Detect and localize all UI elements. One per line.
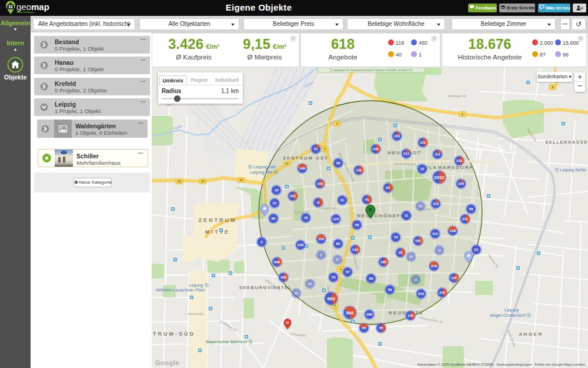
svg-text:210: 210 (456, 158, 463, 163)
svg-text:80: 80 (272, 216, 276, 220)
svg-text:2032: 2032 (434, 175, 445, 180)
svg-text:15: 15 (409, 254, 413, 258)
svg-text:78: 78 (304, 216, 308, 220)
svg-text:Ⓢ Leipzig Seller: Ⓢ Leipzig Seller (554, 167, 587, 173)
svg-text:18: 18 (275, 188, 279, 192)
svg-text:222: 222 (290, 194, 296, 198)
svg-text:115: 115 (420, 140, 426, 144)
svg-text:97: 97 (386, 185, 390, 190)
svg-text:51: 51 (314, 147, 318, 151)
svg-text:31: 31 (340, 198, 345, 202)
svg-text:Leipzig: Leipzig (505, 307, 519, 313)
svg-text:47: 47 (178, 180, 181, 183)
svg-text:Anger-Crottendorf Ⓢ: Anger-Crottendorf Ⓢ (490, 313, 531, 318)
svg-text:280: 280 (366, 312, 373, 316)
svg-text:3: 3 (323, 147, 325, 151)
svg-text:9: 9 (317, 200, 319, 204)
svg-text:11: 11 (405, 213, 409, 217)
svg-text:135: 135 (451, 276, 457, 280)
svg-text:500: 500 (327, 296, 335, 301)
svg-text:566: 566 (346, 310, 354, 316)
svg-text:ANGER: ANGER (519, 331, 543, 337)
svg-text:26: 26 (308, 281, 312, 286)
svg-text:47: 47 (201, 180, 205, 183)
svg-text:31: 31 (273, 201, 277, 205)
svg-text:123: 123 (333, 217, 339, 221)
svg-text:20: 20 (399, 250, 403, 254)
svg-text:85: 85 (336, 241, 340, 246)
svg-text:55: 55 (379, 326, 383, 330)
svg-text:12: 12 (420, 167, 425, 171)
svg-text:47: 47 (285, 162, 289, 165)
svg-text:110: 110 (394, 134, 400, 138)
svg-text:11: 11 (437, 248, 442, 252)
svg-text:Leipzig Hbf Ⓢ: Leipzig Hbf Ⓢ (250, 170, 278, 175)
svg-text:19: 19 (419, 204, 423, 208)
svg-text:H: H (286, 320, 289, 324)
svg-text:140: 140 (373, 147, 379, 151)
svg-text:108: 108 (317, 181, 323, 185)
svg-text:140: 140 (299, 166, 306, 170)
svg-text:41: 41 (365, 197, 369, 201)
svg-text:ZENTRUM: ZENTRUM (199, 217, 237, 223)
svg-text:Mockauer Str.: Mockauer Str. (449, 94, 467, 98)
svg-text:155: 155 (318, 237, 325, 241)
svg-text:105: 105 (458, 181, 465, 185)
svg-text:17: 17 (336, 257, 340, 261)
svg-text:ZENTRUM OST: ZENTRUM OST (283, 155, 329, 161)
svg-text:126: 126 (407, 313, 414, 317)
svg-text:Wilhelm-Leuschner-Platz: Wilhelm-Leuschner-Platz (156, 287, 205, 293)
svg-text:76: 76 (394, 235, 398, 239)
svg-text:96: 96 (369, 276, 373, 280)
svg-text:255: 255 (418, 291, 425, 296)
svg-text:6: 6 (552, 85, 553, 89)
svg-text:47: 47 (239, 178, 243, 182)
svg-text:76: 76 (332, 275, 336, 279)
svg-text:Leipzig Ⓢ: Leipzig Ⓢ (189, 283, 209, 288)
svg-text:21: 21 (475, 247, 479, 251)
svg-text:33: 33 (295, 291, 299, 295)
svg-text:142: 142 (352, 247, 359, 251)
svg-text:210: 210 (439, 290, 446, 294)
svg-text:138: 138 (450, 228, 456, 233)
svg-text:212: 212 (403, 151, 410, 155)
svg-text:113: 113 (432, 231, 439, 236)
svg-text:11: 11 (414, 277, 418, 281)
svg-text:3: 3 (336, 122, 338, 125)
svg-text:MITTE: MITTE (205, 229, 230, 235)
svg-text:238: 238 (298, 243, 304, 247)
svg-text:1: 1 (320, 253, 322, 257)
svg-text:36: 36 (355, 223, 359, 227)
svg-text:SELLERHAUSEN: SELLERHAUSEN (545, 140, 588, 145)
svg-text:112: 112 (435, 152, 441, 156)
svg-text:50: 50 (388, 287, 392, 291)
svg-text:TRUM-SÜD: TRUM-SÜD (153, 331, 195, 337)
svg-text:38: 38 (336, 161, 340, 165)
svg-text:Bayerischer Bahnhof Ⓢ: Bayerischer Bahnhof Ⓢ (206, 339, 253, 344)
svg-text:296: 296 (280, 275, 287, 279)
svg-text:276: 276 (431, 264, 437, 268)
svg-text:© Landesamt für Geobasisinform: © Landesamt für Geobasisinformation Sach… (330, 68, 413, 72)
svg-text:57: 57 (346, 270, 350, 274)
svg-text:195: 195 (380, 260, 387, 264)
svg-text:900: 900 (274, 260, 280, 264)
svg-text:64: 64 (362, 326, 366, 330)
svg-text:161: 161 (415, 238, 422, 243)
svg-text:2: 2 (260, 240, 263, 244)
svg-text:130: 130 (356, 168, 362, 172)
svg-text:VOLKMARSDORF: VOLKMARSDORF (420, 165, 473, 170)
svg-text:58: 58 (469, 207, 473, 211)
svg-text:6: 6 (461, 112, 463, 116)
svg-text:122: 122 (433, 201, 439, 205)
svg-text:Ⓢ Leipzig Hbf: Ⓢ Leipzig Hbf (248, 164, 276, 170)
svg-text:211: 211 (462, 217, 469, 221)
svg-text:SEEBURGVIERTEL: SEEBURGVIERTEL (239, 285, 292, 290)
svg-text:Härtelstraße: Härtelstraße (188, 312, 204, 316)
